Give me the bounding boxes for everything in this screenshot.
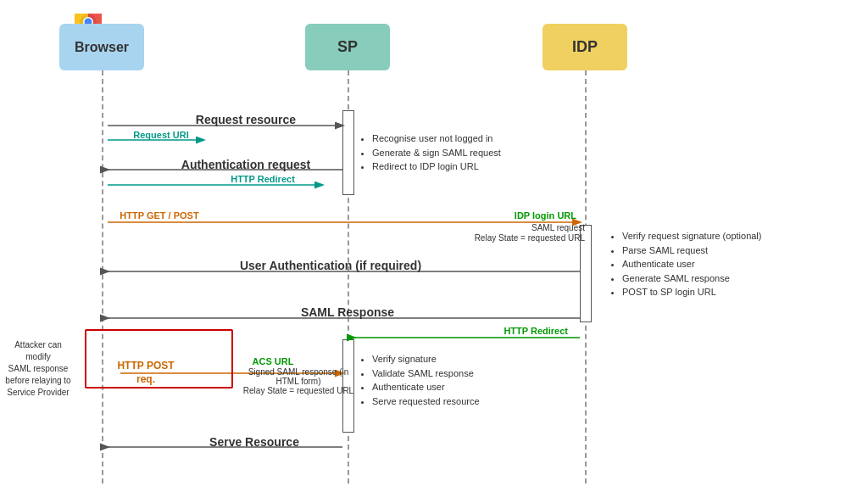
msg-signed-saml: Signed SAML response (inHTML form) <box>231 367 366 386</box>
msg-saml-response: SAML Response <box>229 305 466 319</box>
sp-notes-2: Verify signature Validate SAML response … <box>360 352 480 408</box>
sp-activation-1 <box>342 110 354 195</box>
msg-relay-state-1: Relay State = requested URL <box>449 233 585 243</box>
attacker-note: Attacker can modifySAML responsebefore r… <box>4 339 72 399</box>
idp-notes: Verify request signature (optional) Pars… <box>610 229 761 299</box>
msg-request-uri: Request URI <box>110 130 212 140</box>
sp-notes-1: Recognise user not logged in Generate & … <box>360 131 501 174</box>
diagram: Browser SP IDP <box>0 0 868 492</box>
msg-serve-resource: Serve Resource <box>170 435 339 449</box>
msg-user-auth: User Authentication (if required) <box>170 259 492 272</box>
msg-http-redirect-1: HTTP Redirect <box>208 174 318 184</box>
msg-saml-request: SAML request <box>475 223 585 232</box>
msg-idp-login-url: IDP login URL <box>483 210 576 221</box>
red-highlight-box <box>85 329 233 389</box>
msg-http-redirect-2: HTTP Redirect <box>415 326 568 336</box>
msg-acs-url: ACS URL <box>231 356 315 366</box>
actor-idp: IDP <box>542 24 627 70</box>
actor-sp: SP <box>305 24 390 70</box>
msg-http-get-post: HTTP GET / POST <box>108 210 210 221</box>
msg-relay-state-2: Relay State = requested URL <box>231 386 366 395</box>
lifeline-browser <box>102 70 103 484</box>
actor-browser: Browser <box>59 24 144 70</box>
msg-request-resource: Request resource <box>153 113 339 126</box>
msg-auth-request: Authentication request <box>153 158 339 171</box>
